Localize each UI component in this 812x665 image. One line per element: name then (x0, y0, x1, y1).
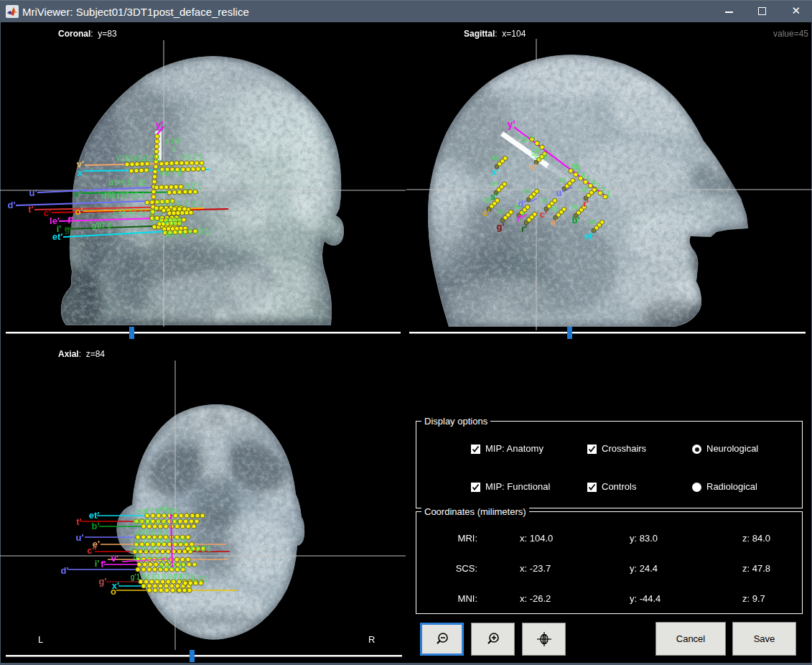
svg-text:4: 4 (592, 179, 596, 187)
svg-text:3: 3 (597, 182, 601, 190)
svg-text:7: 7 (577, 168, 581, 176)
svg-text:98: 98 (559, 177, 566, 184)
svg-text:98: 98 (571, 203, 578, 210)
svg-text:5 4 3 2'1: 5 4 3 2'1 (159, 537, 187, 545)
svg-text:b': b' (91, 521, 99, 531)
svg-text:2 1: 2 1 (192, 200, 202, 208)
svg-text:et': et' (584, 231, 595, 241)
svg-text:98: 98 (514, 203, 521, 210)
svg-text:3 2 1: 3 2 1 (185, 182, 202, 190)
svg-text:c': c' (540, 209, 547, 220)
svg-text:s': s' (74, 188, 81, 199)
svg-text:c': c' (482, 208, 490, 218)
svg-text:o': o' (75, 206, 83, 217)
svg-text:c'': c'' (87, 545, 96, 556)
svg-text:4 3 2'1: 4 3 2'1 (190, 545, 211, 553)
svg-text:8 2'1: 8 2'1 (192, 575, 208, 583)
svg-text:d': d' (7, 200, 15, 210)
svg-text:98: 98 (492, 154, 499, 162)
svg-text:6: 6 (582, 172, 586, 180)
svg-text:u': u' (556, 187, 564, 198)
svg-text:c'85.43 32 32'1: c'85.43 32 32'1 (113, 208, 162, 216)
svg-text:v'1514131211: v'1514131211 (116, 154, 161, 162)
svg-text:u': u' (29, 187, 37, 198)
svg-text:98: 98 (491, 180, 498, 187)
svg-text:1: 1 (606, 190, 610, 198)
svg-text:y': y' (507, 118, 515, 130)
svg-text:v': v' (111, 553, 118, 564)
svg-text:d'98 t'87 65 4: d'98 t'87 65 4 (102, 192, 145, 200)
svg-text:t': t' (28, 204, 33, 215)
svg-text:5: 5 (587, 175, 591, 183)
svg-text:i': i' (95, 558, 100, 569)
svg-text:x': x' (492, 167, 499, 177)
svg-text:g'87 6: g'87 6 (92, 222, 111, 230)
svg-text:y'1 8: y'1 8 (165, 137, 180, 145)
svg-text:g': g' (98, 576, 106, 587)
svg-text:2: 2 (602, 187, 606, 195)
svg-text:e': e' (551, 217, 558, 228)
svg-text:et': et' (89, 510, 100, 521)
svg-text:u'8'6 5 3 2: u'8'6 5 3 2 (135, 529, 168, 536)
svg-text:98: 98 (484, 197, 491, 204)
svg-text:5 4 3 2'1: 5 4 3 2'1 (159, 562, 187, 570)
svg-text:x': x' (78, 167, 85, 178)
svg-text:b': b' (571, 215, 579, 225)
svg-text:4 32'1: 4 32'1 (164, 218, 183, 226)
svg-text:4. 32'1: 4. 32'1 (188, 228, 210, 236)
svg-text:b'9.18: b'9.18 (133, 518, 152, 526)
svg-text:6: 6 (172, 146, 177, 154)
svg-text:f': f' (101, 559, 106, 569)
svg-text:e' 1 9 8: e' 1 9 8 (135, 537, 159, 545)
svg-text:r': r' (583, 198, 589, 209)
svg-text:u'8' 6 5 . 32: u'8' 6 5 . 32 (109, 179, 146, 187)
svg-text:v': v' (530, 162, 537, 172)
svg-text:v1 9: v1 9 (534, 153, 548, 161)
svg-text:et'9.7 6 1 2t'1: et'9.7 6 1 2t'1 (136, 508, 179, 516)
svg-text:4 3 2 1: 4 3 2 1 (181, 153, 203, 161)
svg-text:et': et' (52, 231, 63, 242)
svg-text:98: 98 (498, 208, 505, 215)
svg-text:98: 98 (551, 205, 558, 213)
svg-text:o: o (111, 586, 116, 597)
svg-text:4 3 2'1: 4 3 2'1 (157, 518, 178, 526)
svg-text:98: 98 (523, 187, 531, 195)
svg-text:'13 7: '13 7 (518, 136, 534, 144)
svg-text:c'1 72 92: c'1 72 92 (129, 545, 159, 553)
svg-text:98 7 6: 98 7 6 (165, 231, 185, 238)
svg-text:98: 98 (541, 197, 549, 204)
svg-text:r': r' (521, 223, 527, 234)
svg-text:u': u' (75, 532, 83, 543)
svg-text:4 6 7 6: 4 6 7 6 (159, 169, 182, 177)
svg-text:y': y' (156, 119, 163, 130)
svg-text:d'1 43 32 1: d'1 43 32 1 (134, 554, 169, 562)
svg-text:g': g' (496, 221, 504, 232)
svg-text:t': t' (76, 516, 81, 527)
svg-text:98: 98 (589, 218, 596, 225)
svg-text:d': d' (60, 565, 68, 576)
svg-text:g': g' (64, 223, 72, 234)
svg-text:4 3 2'1: 4 3 2'1 (172, 573, 194, 581)
svg-text:3 2 8. 6. 5: 3 2 8. 6. 5 (157, 200, 189, 208)
svg-text:98: 98 (581, 186, 588, 193)
